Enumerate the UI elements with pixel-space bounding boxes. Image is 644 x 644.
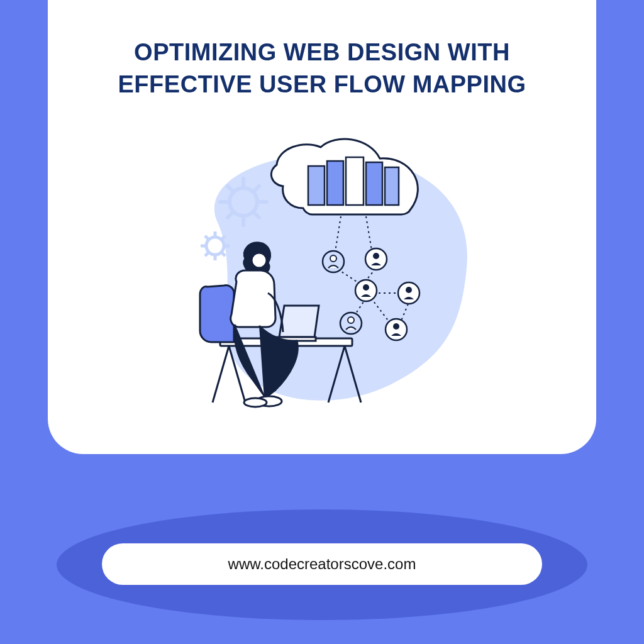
svg-point-40 bbox=[348, 317, 354, 323]
user-node bbox=[365, 248, 387, 270]
title-line-2: EFFECTIVE USER FLOW MAPPING bbox=[118, 71, 526, 97]
svg-point-9 bbox=[206, 237, 224, 255]
user-node bbox=[355, 280, 377, 301]
svg-point-50 bbox=[244, 398, 267, 407]
svg-line-17 bbox=[205, 252, 209, 256]
title-line-1: OPTIMIZING WEB DESIGN WITH bbox=[134, 39, 510, 65]
url-pill: www.codecreatorscove.com bbox=[102, 543, 542, 585]
user-node bbox=[323, 251, 344, 272]
user-node bbox=[386, 319, 407, 340]
content-card: OPTIMIZING WEB DESIGN WITH EFFECTIVE USE… bbox=[48, 0, 596, 454]
svg-line-44 bbox=[213, 346, 229, 402]
cloud-server-icon bbox=[271, 139, 418, 214]
svg-point-48 bbox=[252, 253, 267, 268]
svg-rect-21 bbox=[366, 162, 382, 205]
svg-point-42 bbox=[393, 323, 399, 330]
svg-point-34 bbox=[373, 253, 379, 259]
hero-illustration bbox=[158, 136, 486, 438]
svg-rect-18 bbox=[308, 166, 325, 205]
svg-point-32 bbox=[330, 255, 336, 262]
footer-url: www.codecreatorscove.com bbox=[228, 555, 416, 573]
page-title: OPTIMIZING WEB DESIGN WITH EFFECTIVE USE… bbox=[73, 36, 571, 101]
svg-point-36 bbox=[363, 284, 369, 291]
svg-point-38 bbox=[406, 287, 412, 293]
svg-rect-20 bbox=[346, 157, 364, 205]
svg-rect-22 bbox=[385, 167, 399, 205]
svg-line-14 bbox=[205, 236, 209, 240]
user-node bbox=[340, 313, 362, 334]
chair-icon bbox=[200, 286, 234, 342]
user-node bbox=[398, 282, 419, 304]
svg-rect-19 bbox=[327, 161, 343, 205]
svg-line-15 bbox=[221, 252, 225, 256]
